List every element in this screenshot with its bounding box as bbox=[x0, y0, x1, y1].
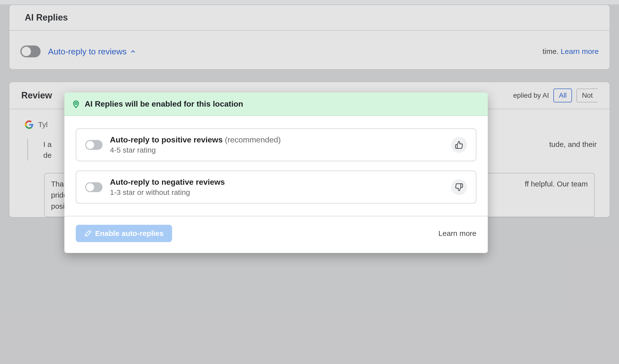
popover-options: Auto-reply to positive reviews (recommen… bbox=[64, 116, 488, 216]
chevron-up-icon bbox=[130, 48, 136, 54]
positive-option-title: Auto-reply to positive reviews (recommen… bbox=[110, 135, 444, 144]
filter-all[interactable]: All bbox=[553, 89, 572, 102]
popover-footer: Enable auto-replies Learn more bbox=[64, 216, 488, 253]
filter-not[interactable]: Not bbox=[576, 89, 598, 102]
popover-learn-more-link[interactable]: Learn more bbox=[438, 229, 476, 238]
enable-auto-replies-button[interactable]: Enable auto-replies bbox=[76, 225, 172, 242]
auto-reply-dropdown-trigger[interactable]: Auto-reply to reviews bbox=[48, 47, 136, 56]
location-icon bbox=[72, 100, 80, 108]
ai-replies-title: AI Replies bbox=[25, 12, 594, 23]
ai-replies-card: AI Replies Auto-reply to reviews time. L… bbox=[9, 4, 610, 70]
enable-button-label: Enable auto-replies bbox=[95, 229, 164, 238]
auto-reply-trailing-text: time. Learn more bbox=[542, 47, 599, 56]
negative-reviews-toggle[interactable] bbox=[85, 182, 103, 192]
option-positive-reviews: Auto-reply to positive reviews (recommen… bbox=[76, 128, 476, 161]
option-negative-reviews: Auto-reply to negative reviews 1-3 star … bbox=[76, 171, 476, 204]
magic-wand-icon bbox=[84, 230, 92, 237]
positive-option-subtitle: 4-5 star rating bbox=[110, 146, 444, 154]
popover-banner-text: AI Replies will be enabled for this loca… bbox=[85, 99, 243, 109]
auto-reply-master-toggle[interactable] bbox=[20, 46, 41, 57]
learn-more-link[interactable]: Learn more bbox=[561, 47, 599, 55]
auto-reply-trigger-label: Auto-reply to reviews bbox=[48, 47, 127, 56]
negative-option-title: Auto-reply to negative reviews bbox=[110, 178, 444, 187]
negative-option-subtitle: 1-3 star or without rating bbox=[110, 188, 444, 197]
ai-replies-header: AI Replies bbox=[9, 5, 610, 31]
review-author-fragment: Tyl bbox=[38, 120, 48, 129]
thumbs-down-icon bbox=[451, 179, 467, 195]
thumbs-up-icon bbox=[451, 137, 467, 153]
filter-label-fragment: eplied by AI bbox=[513, 91, 549, 99]
positive-reviews-toggle[interactable] bbox=[85, 140, 103, 150]
google-icon bbox=[25, 120, 34, 129]
auto-reply-popover: AI Replies will be enabled for this loca… bbox=[64, 92, 488, 253]
popover-banner: AI Replies will be enabled for this loca… bbox=[64, 92, 488, 116]
svg-point-0 bbox=[75, 102, 77, 104]
reviews-filter-row: eplied by AI All Not bbox=[513, 89, 598, 102]
ai-replies-body: Auto-reply to reviews time. Learn more bbox=[9, 31, 610, 69]
reviews-title: Review bbox=[21, 90, 52, 101]
